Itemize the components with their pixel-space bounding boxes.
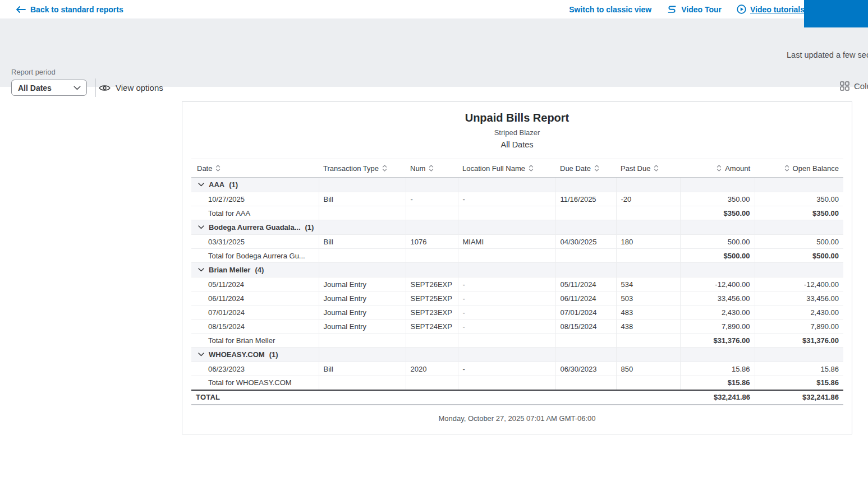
column-label: Open Balance	[793, 164, 839, 173]
column-header-amount[interactable]: Amount	[680, 159, 755, 178]
chevron-down-icon[interactable]	[198, 268, 204, 272]
sort-icon	[429, 164, 434, 172]
group-name: AAA	[209, 180, 224, 189]
sort-icon	[215, 164, 221, 172]
sort-icon	[382, 164, 387, 172]
cell-empty	[616, 178, 680, 192]
chevron-down-icon[interactable]	[198, 183, 204, 187]
cell-empty	[319, 334, 406, 348]
table-row[interactable]: 03/31/2025 Bill 1076 MIAMI 04/30/2025 18…	[191, 235, 843, 249]
cell-transaction-type: Journal Entry	[319, 277, 406, 291]
cell-empty	[319, 390, 406, 405]
report-timestamp: Monday, October 27, 2025 07:01 AM GMT-06…	[191, 414, 843, 423]
table-row[interactable]: 10/27/2025 Bill - - 11/16/2025 -20 350.0…	[191, 192, 843, 206]
cell-empty	[755, 220, 843, 235]
cell-past-due: 850	[616, 362, 680, 376]
chevron-down-icon	[74, 86, 81, 90]
video-tutorials-label: Video tutorials	[750, 5, 805, 14]
table-row[interactable]: 06/11/2024 Journal Entry SEPT25EXP - 06/…	[191, 291, 843, 305]
cell-empty	[680, 220, 755, 235]
cell-amount: 15.86	[680, 362, 755, 376]
cell-num: SEPT25EXP	[406, 291, 458, 305]
total-label: Total for AAA	[191, 206, 319, 220]
view-options-button[interactable]: View options	[99, 81, 163, 95]
back-to-standard-reports-link[interactable]: Back to standard reports	[16, 0, 123, 18]
group-header-row[interactable]: AAA (1)	[191, 178, 843, 192]
cell-empty	[319, 178, 406, 192]
column-label: Num	[410, 164, 425, 173]
table-row[interactable]: 06/23/2023 Bill 2020 - 06/30/2023 850 15…	[191, 362, 843, 376]
cell-empty	[406, 263, 458, 277]
back-link-label: Back to standard reports	[30, 5, 123, 14]
cell-empty	[406, 249, 458, 263]
column-header-due-date[interactable]: Due Date	[555, 159, 616, 178]
cell-empty	[555, 249, 616, 263]
cell-empty	[680, 348, 755, 362]
cell-open-balance: 350.00	[755, 192, 843, 206]
cell-transaction-type: Journal Entry	[319, 319, 406, 334]
cell-open-balance: 2,430.00	[755, 305, 843, 319]
cell-amount: 500.00	[680, 235, 755, 249]
column-header-date[interactable]: Date	[191, 159, 319, 178]
column-header-location[interactable]: Location Full Name	[458, 159, 555, 178]
group-header-row[interactable]: Brian Meller (4)	[191, 263, 843, 277]
report-period-label: Report period	[11, 68, 56, 76]
cell-transaction-type: Bill	[319, 362, 406, 376]
cell-empty	[680, 178, 755, 192]
cell-empty	[616, 348, 680, 362]
video-tour-link[interactable]: Video Tour	[667, 4, 722, 14]
table-row[interactable]: 07/01/2024 Journal Entry SEPT23EXP - 07/…	[191, 305, 843, 319]
cell-location: -	[458, 192, 555, 206]
total-label: Total for WHOEASY.COM	[191, 376, 319, 390]
grand-total-open-balance: $32,241.86	[755, 390, 843, 405]
cell-location: -	[458, 319, 555, 334]
cell-empty	[555, 178, 616, 192]
cell-location: MIAMI	[458, 235, 555, 249]
column-label: Date	[197, 164, 212, 173]
cell-empty	[458, 206, 555, 220]
group-total-row: Total for Brian Meller $31,376.00 $31,37…	[191, 334, 843, 348]
table-row[interactable]: 05/11/2024 Journal Entry SEPT26EXP - 05/…	[191, 277, 843, 291]
sort-icon	[594, 164, 599, 172]
tour-route-icon	[667, 4, 677, 14]
cell-past-due: 503	[616, 291, 680, 305]
cell-empty	[319, 220, 406, 235]
group-header-row[interactable]: WHOEASY.COM (1)	[191, 348, 843, 362]
chevron-down-icon[interactable]	[198, 225, 204, 229]
chevron-down-icon[interactable]	[198, 353, 204, 356]
total-open-balance: $500.00	[755, 249, 843, 263]
column-header-transaction-type[interactable]: Transaction Type	[319, 159, 406, 178]
column-label: Past Due	[621, 164, 650, 173]
cell-past-due: -20	[616, 192, 680, 206]
video-tour-label: Video Tour	[681, 5, 722, 14]
table-row[interactable]: 08/15/2024 Journal Entry SEPT24EXP - 08/…	[191, 319, 843, 334]
sort-icon	[529, 164, 534, 172]
cell-empty	[406, 178, 458, 192]
group-count: (1)	[305, 223, 314, 231]
cell-empty	[616, 206, 680, 220]
top-bar-right-links: Switch to classic view Video Tour Video …	[569, 0, 805, 18]
cell-transaction-type: Journal Entry	[319, 305, 406, 319]
cell-empty	[616, 334, 680, 348]
report-period-dropdown[interactable]: All Dates	[11, 80, 87, 96]
group-header-row[interactable]: Bodega Aurrera Guadala... (1)	[191, 220, 843, 235]
columns-button[interactable]: Columns	[840, 81, 868, 91]
sort-icon	[784, 164, 789, 172]
cell-empty	[458, 390, 555, 405]
cell-empty	[458, 220, 555, 235]
cell-due-date: 06/30/2023	[555, 362, 616, 376]
sort-icon	[654, 164, 659, 172]
cell-due-date: 11/16/2025	[555, 192, 616, 206]
column-header-num[interactable]: Num	[406, 159, 458, 178]
switch-to-classic-view-link[interactable]: Switch to classic view	[569, 5, 651, 14]
top-bar: Back to standard reports Switch to class…	[0, 0, 868, 18]
total-amount: $350.00	[680, 206, 755, 220]
column-header-open-balance[interactable]: Open Balance	[755, 159, 843, 178]
cell-empty	[458, 249, 555, 263]
cell-date: 05/11/2024	[191, 277, 319, 291]
cell-open-balance: 500.00	[755, 235, 843, 249]
cell-empty	[616, 249, 680, 263]
column-header-past-due[interactable]: Past Due	[616, 159, 680, 178]
video-tutorials-link[interactable]: Video tutorials	[737, 4, 805, 14]
unpaid-bills-table: Date Transaction Type Num Location Full …	[191, 159, 843, 405]
